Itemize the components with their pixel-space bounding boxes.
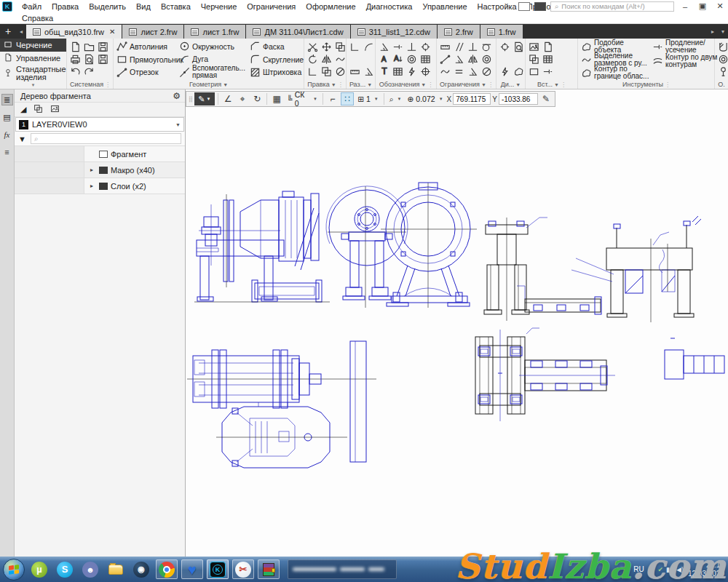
cmd-contour-boundary[interactable]: Контур погранице облас...	[579, 66, 649, 79]
con-fix-icon[interactable]	[467, 53, 479, 65]
menu-item-8[interactable]: Диагностика	[361, 0, 418, 12]
filter-funnel-icon[interactable]: ▼	[18, 135, 26, 143]
con-seg-icon[interactable]	[439, 53, 451, 65]
save-icon[interactable]	[97, 41, 109, 53]
new-window-icon[interactable]	[518, 2, 530, 11]
taskbar-explorer-icon[interactable]	[105, 559, 127, 579]
ann-datum-icon[interactable]	[405, 41, 418, 53]
edit-erase-icon[interactable]	[334, 65, 347, 78]
con-tangent-icon[interactable]	[480, 41, 493, 53]
taskbar-kompas-icon[interactable]: K	[207, 559, 229, 579]
dim-arc-icon[interactable]	[363, 41, 375, 53]
cmd-hatch[interactable]: Штриховка	[248, 65, 304, 79]
menu-item-6[interactable]: Ограничения	[242, 0, 301, 12]
ann-text-icon[interactable]	[378, 65, 390, 78]
document-tab-4[interactable]: 311_list1_12.cdw	[351, 25, 437, 39]
edit-corner-icon[interactable]	[306, 65, 319, 78]
menu-item-spravka[interactable]: Справка	[17, 14, 58, 23]
ann-text-al-icon[interactable]	[392, 53, 404, 65]
restore-button[interactable]: ▣	[696, 1, 709, 12]
panel-settings-icon[interactable]: ⚙	[173, 91, 181, 101]
taskbar-window-button[interactable]	[288, 559, 397, 579]
edit-scale-icon[interactable]	[320, 65, 333, 78]
mode-tab-cherchenie[interactable]: Черчение	[0, 39, 66, 52]
ann-bolt-icon[interactable]	[405, 65, 418, 78]
snap-angle-icon[interactable]: ∠	[221, 92, 234, 105]
y-coordinate-value[interactable]: -1033.86	[499, 93, 538, 105]
x-coordinate-value[interactable]: 769.1175	[453, 93, 491, 105]
cmd-chamfer[interactable]: Фаска	[248, 40, 304, 53]
redo-icon[interactable]	[83, 65, 95, 78]
ins-stamp-icon[interactable]	[542, 53, 554, 65]
edit-copy-icon[interactable]	[334, 41, 347, 53]
con-wave-icon[interactable]	[439, 65, 451, 78]
diag-preview-icon[interactable]	[513, 41, 525, 53]
menu-item-3[interactable]: Вид	[131, 0, 156, 12]
dim-corner-icon[interactable]	[349, 41, 361, 53]
menu-item-5[interactable]: Черчение	[196, 0, 242, 12]
taskbar-utorrent-icon[interactable]: µ	[28, 559, 50, 579]
taskbar-winrar-icon[interactable]	[258, 559, 280, 579]
diag-contour-icon[interactable]	[513, 65, 525, 78]
tabs-pin-icon[interactable]: ▾	[718, 24, 728, 39]
cmd-extend-trim[interactable]: Продление/усечение	[651, 40, 713, 53]
ann-view-icon[interactable]	[419, 41, 432, 53]
tree-search-input[interactable]: ⌕	[31, 133, 181, 144]
document-tab-5[interactable]: 2.frw	[438, 25, 480, 39]
cmd-circle[interactable]: Окружность	[178, 40, 247, 53]
layer-selector[interactable]: 1 LAYER0VIEW0 ▼	[15, 117, 184, 132]
document-tab-0[interactable]: общ_вид310.frw✕	[26, 25, 122, 39]
cmd-segment[interactable]: Отрезок	[115, 65, 176, 79]
coordinate-system-select[interactable]: ╚ СК 0▼	[285, 92, 320, 105]
ann-angle-icon[interactable]	[378, 41, 390, 53]
variables-panel-icon[interactable]: fx	[1, 129, 13, 140]
ann-sphere-icon[interactable]	[405, 53, 418, 65]
mode-tab-upravlenie[interactable]: Управление	[0, 52, 66, 65]
zoom-scale-select[interactable]: ⊕ 0.072▼	[405, 92, 446, 105]
taskbar-skype-icon[interactable]: S	[54, 559, 76, 579]
ins-flag-icon[interactable]	[542, 65, 554, 78]
taskbar-start-button[interactable]	[3, 559, 25, 581]
edit-rotate-icon[interactable]	[306, 53, 319, 65]
con-equal-icon[interactable]	[453, 65, 465, 78]
menu-item-10[interactable]: Настройка	[472, 0, 522, 12]
layer-select[interactable]: ⊞ 1▼	[355, 92, 381, 105]
taskbar-heart-icon[interactable]: ♥	[181, 559, 203, 579]
grid-icon[interactable]: ▦	[270, 92, 283, 105]
panel-filter-icon[interactable]: ◢	[20, 105, 26, 114]
ann-centermark-icon[interactable]	[419, 65, 432, 78]
ins-fragment-icon[interactable]	[528, 53, 540, 65]
document-tab-1[interactable]: лист 2.frw	[122, 25, 183, 39]
minimize-button[interactable]: –	[678, 1, 692, 12]
taskbar-steam-icon[interactable]: ◉	[130, 559, 152, 579]
edit-move-icon[interactable]	[320, 41, 333, 53]
con-perp-icon[interactable]	[467, 41, 479, 53]
con-parallel-icon[interactable]	[453, 41, 465, 53]
con-triangle-icon[interactable]	[467, 65, 479, 78]
mode-tab-standart[interactable]: Стандартные изделия	[0, 65, 66, 83]
cmd-autoline[interactable]: Автолиния	[115, 40, 176, 53]
ann-leader-icon[interactable]	[392, 41, 404, 53]
ins-layer-icon[interactable]	[528, 65, 540, 78]
edit-trim-icon[interactable]	[306, 41, 319, 53]
cmd-rectangle[interactable]: Прямоугольник	[115, 53, 176, 66]
tray-status-icon[interactable]: ✔	[658, 566, 664, 573]
command-search-input[interactable]: ⌕ Поиск по командам (Alt+/)	[550, 1, 674, 12]
tab-close-icon[interactable]: ✕	[109, 28, 115, 36]
con-dim-icon[interactable]	[439, 41, 451, 53]
zoom-area-button[interactable]: ⌕▼	[387, 92, 404, 105]
menu-item-0[interactable]: Файл	[17, 0, 47, 12]
ortho-icon[interactable]: ⌐	[326, 92, 339, 105]
cmd-fillet[interactable]: Скругление	[248, 53, 304, 66]
ann-frame-icon[interactable]	[419, 53, 432, 65]
menu-item-9[interactable]: Управление	[417, 0, 472, 12]
diag-measure-icon[interactable]	[499, 41, 511, 53]
tray-network-icon[interactable]: ▮▮	[666, 566, 673, 573]
dim-ruler-icon[interactable]	[349, 65, 361, 78]
drawing-canvas[interactable]: ⣿ ✎▼ ∠ ⌖ ↻ ▦ ╚ СК 0▼ ⌐ ∷ ⊞ 1▼	[186, 89, 728, 557]
o-pin-icon[interactable]	[717, 65, 728, 78]
new-document-icon[interactable]	[69, 41, 82, 53]
edit-wave-icon[interactable]	[334, 53, 347, 65]
undo-icon[interactable]	[69, 65, 82, 78]
app-logo-icon[interactable]: K	[2, 1, 12, 12]
